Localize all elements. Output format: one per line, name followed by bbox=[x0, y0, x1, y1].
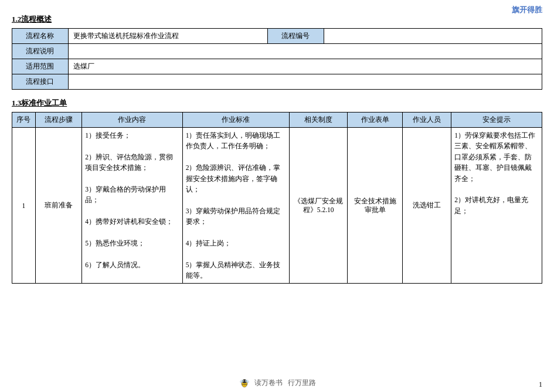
table-header-row: 序号 流程步骤 作业内容 作业标准 相关制度 作业表单 作业人员 安全提示 bbox=[12, 113, 542, 128]
label-process-code: 流程编号 bbox=[268, 29, 324, 44]
table-cell: 《选煤厂安全规程》5.2.10 bbox=[289, 128, 347, 284]
info-row-4: 流程接口 bbox=[12, 74, 542, 90]
table-cell: 1）接受任务；2）辨识、评估危险源，贯彻项目安全技术措施；3）穿戴合格的劳动保护… bbox=[82, 128, 182, 284]
table-cell: 1）劳保穿戴要求包括工作三素、安全帽系紧帽带、口罩必须系紧，手套、防砸鞋、耳塞、… bbox=[451, 128, 542, 284]
th-person: 作业人员 bbox=[403, 113, 451, 128]
value-process-desc bbox=[68, 44, 542, 59]
standards-table: 序号 流程步骤 作业内容 作业标准 相关制度 作业表单 作业人员 安全提示 1班… bbox=[12, 112, 542, 284]
value-process-name: 更换带式输送机托辊标准作业流程 bbox=[68, 29, 267, 44]
table-cell: 1）责任落实到人，明确现场工作负责人，工作任务明确；2）危险源辨识、评估准确，掌… bbox=[182, 128, 289, 284]
table-cell: 安全技术措施审批单 bbox=[348, 128, 403, 284]
section2-title: 1.3标准作业工单 bbox=[12, 98, 542, 108]
footer-bar: 读万卷书 行万里路 bbox=[0, 376, 554, 389]
info-row-2: 流程说明 bbox=[12, 44, 542, 59]
th-content: 作业内容 bbox=[82, 113, 182, 128]
page-number: 1 bbox=[539, 380, 542, 389]
svg-point-6 bbox=[243, 380, 244, 381]
label-process-name: 流程名称 bbox=[12, 29, 69, 44]
th-seq: 序号 bbox=[12, 113, 36, 128]
info-table: 流程名称 更换带式输送机托辊标准作业流程 流程编号 流程说明 适用范围 选煤厂 … bbox=[12, 28, 542, 90]
table-cell: 洗选钳工 bbox=[403, 128, 451, 284]
bee-icon bbox=[238, 376, 251, 389]
th-system: 相关制度 bbox=[289, 113, 347, 128]
th-step: 流程步骤 bbox=[35, 113, 82, 128]
watermark: 旗开得胜 bbox=[512, 5, 542, 15]
table-cell: 1 bbox=[12, 128, 36, 284]
footer-text: 读万卷书 行万里路 bbox=[254, 378, 316, 388]
info-row-3: 适用范围 选煤厂 bbox=[12, 59, 542, 74]
th-form: 作业表单 bbox=[348, 113, 403, 128]
label-scope: 适用范围 bbox=[12, 59, 69, 74]
label-process-desc: 流程说明 bbox=[12, 44, 69, 59]
info-row-1: 流程名称 更换带式输送机托辊标准作业流程 流程编号 bbox=[12, 29, 542, 44]
value-scope: 选煤厂 bbox=[68, 59, 542, 74]
table-cell: 班前准备 bbox=[35, 128, 82, 284]
section1-title: 1.2流程概述 bbox=[12, 14, 542, 25]
value-process-code bbox=[324, 29, 542, 44]
svg-point-7 bbox=[245, 380, 246, 381]
th-standard: 作业标准 bbox=[182, 113, 289, 128]
label-interface: 流程接口 bbox=[12, 74, 69, 90]
th-safety: 安全提示 bbox=[451, 113, 542, 128]
table-row: 1班前准备1）接受任务；2）辨识、评估危险源，贯彻项目安全技术措施；3）穿戴合格… bbox=[12, 128, 542, 284]
value-interface bbox=[68, 74, 542, 90]
svg-point-2 bbox=[242, 384, 247, 385]
